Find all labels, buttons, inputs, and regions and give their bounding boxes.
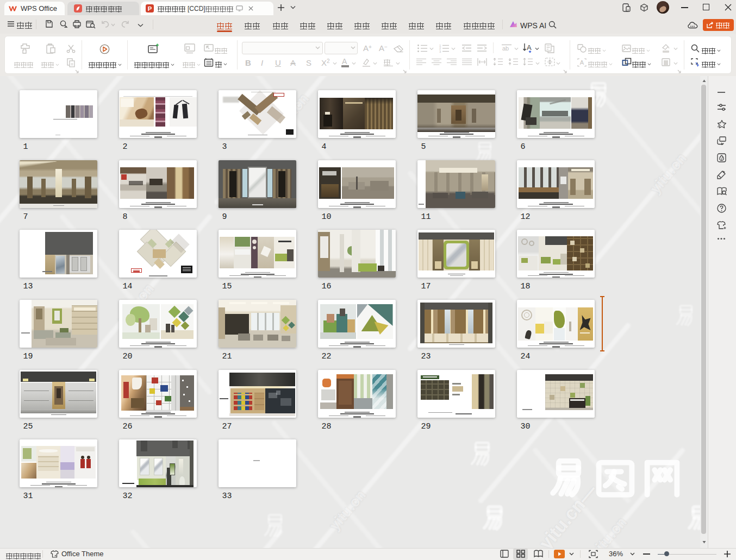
svg-text:P: P [148, 5, 152, 12]
svg-text:ab: ab [502, 45, 509, 52]
svg-text:3: 3 [439, 50, 441, 53]
svg-text:A: A [527, 43, 532, 52]
svg-text:A: A [580, 59, 584, 66]
